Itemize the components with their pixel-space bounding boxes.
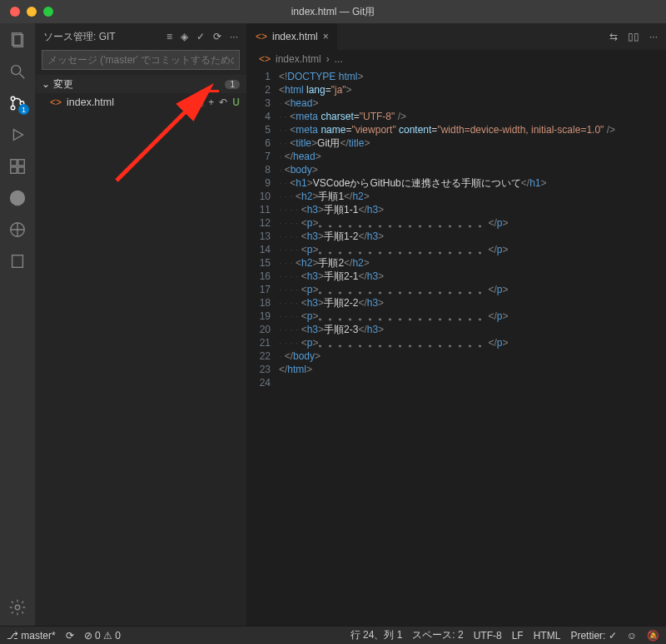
- changed-file-name: index.html: [67, 97, 114, 108]
- status-bar: ⎇ master* ⟳ ⊘ 0 ⚠ 0 行 24、列 1 スペース: 2 UTF…: [0, 626, 666, 644]
- status-prettier[interactable]: Prettier: ✓: [570, 630, 616, 642]
- svg-point-12: [10, 191, 25, 206]
- svg-line-3: [20, 74, 25, 79]
- editor: <> index.html × ⇆ ▯▯ ··· <> index.html ›…: [247, 23, 666, 626]
- status-spaces[interactable]: スペース: 2: [412, 628, 463, 642]
- status-sync[interactable]: ⟳: [66, 630, 74, 642]
- view-tree-icon[interactable]: ≡: [166, 31, 172, 42]
- manage-gear-icon[interactable]: [7, 597, 27, 617]
- html-file-icon: <>: [259, 53, 271, 65]
- titlebar: index.html — Git用: [0, 0, 666, 23]
- commit-message-input[interactable]: [42, 50, 240, 70]
- status-language[interactable]: HTML: [534, 630, 561, 642]
- more-icon[interactable]: ···: [230, 31, 238, 42]
- status-linecol[interactable]: 行 24、列 1: [350, 628, 403, 642]
- changed-file[interactable]: <>index.html ⎘ + ↶ U: [35, 93, 246, 111]
- commit-message-field[interactable]: [42, 50, 240, 70]
- svg-point-2: [12, 66, 21, 75]
- status-eol[interactable]: LF: [512, 630, 524, 642]
- refresh-icon[interactable]: ⟳: [213, 31, 221, 42]
- html-file-icon: <>: [256, 31, 267, 42]
- split-editor-icon[interactable]: ▯▯: [628, 31, 639, 42]
- run-debug-icon[interactable]: [7, 125, 27, 145]
- live-share-icon[interactable]: [7, 220, 27, 240]
- window-title: index.html — Git用: [0, 5, 666, 19]
- tab-index-html[interactable]: <> index.html ×: [247, 23, 338, 50]
- close-tab-icon[interactable]: ×: [323, 31, 329, 42]
- changes-count: 1: [225, 80, 240, 89]
- svg-point-15: [15, 605, 20, 610]
- tab-label: index.html: [272, 31, 318, 42]
- extensions-icon[interactable]: [7, 156, 27, 176]
- compare-icon[interactable]: ⇆: [609, 31, 618, 42]
- accounts-icon[interactable]: [7, 251, 27, 271]
- code-area[interactable]: 123456789101112131415161718192021222324 …: [247, 68, 666, 626]
- scm-badge: 1: [18, 104, 29, 115]
- svg-rect-8: [11, 160, 17, 166]
- svg-rect-11: [18, 167, 24, 173]
- github-icon[interactable]: [7, 188, 27, 208]
- sidebar-title: ソース管理: GIT: [43, 30, 116, 44]
- line-numbers: 123456789101112131415161718192021222324: [247, 68, 279, 626]
- breadcrumb-sep: ›: [326, 53, 330, 65]
- svg-marker-7: [13, 130, 22, 141]
- file-status-badge: U: [232, 97, 240, 108]
- status-problems[interactable]: ⊘ 0 ⚠ 0: [84, 630, 121, 642]
- activity-bar: 1: [0, 23, 35, 626]
- sidebar-title-row: ソース管理: GIT ≡ ◈ ✓ ⟳ ···: [35, 23, 246, 50]
- search-icon[interactable]: [7, 62, 27, 82]
- changes-label: 変更: [53, 78, 73, 90]
- breadcrumbs[interactable]: <> index.html › ...: [247, 50, 666, 68]
- breadcrumb-file: index.html: [276, 53, 321, 65]
- discard-icon[interactable]: ↶: [219, 97, 227, 108]
- status-feedback[interactable]: ☺: [627, 630, 637, 642]
- sidebar: ソース管理: GIT ≡ ◈ ✓ ⟳ ··· ⌄変更 1 <>index.htm…: [35, 23, 247, 626]
- svg-point-5: [11, 106, 15, 110]
- status-branch[interactable]: ⎇ master*: [7, 630, 56, 642]
- html-file-icon: <>: [50, 97, 62, 108]
- stage-plus-icon[interactable]: +: [208, 97, 214, 108]
- status-bell[interactable]: 🔕: [647, 630, 659, 642]
- tab-bar: <> index.html × ⇆ ▯▯ ···: [247, 23, 666, 50]
- commit-icon[interactable]: ◈: [181, 31, 188, 42]
- source-control-icon[interactable]: 1: [7, 93, 27, 113]
- svg-rect-9: [18, 160, 24, 166]
- check-icon[interactable]: ✓: [196, 31, 205, 42]
- editor-more-icon[interactable]: ···: [649, 31, 658, 42]
- annotation-underline: [201, 90, 219, 92]
- status-encoding[interactable]: UTF-8: [474, 630, 502, 642]
- svg-rect-10: [11, 167, 17, 173]
- breadcrumb-rest: ...: [335, 53, 343, 65]
- code-lines[interactable]: <!DOCTYPE html><html lang="ja">· <head>·…: [279, 68, 666, 626]
- explorer-icon[interactable]: [7, 30, 27, 50]
- open-file-icon[interactable]: ⎘: [197, 97, 203, 108]
- svg-rect-14: [12, 255, 23, 268]
- svg-point-4: [11, 97, 15, 101]
